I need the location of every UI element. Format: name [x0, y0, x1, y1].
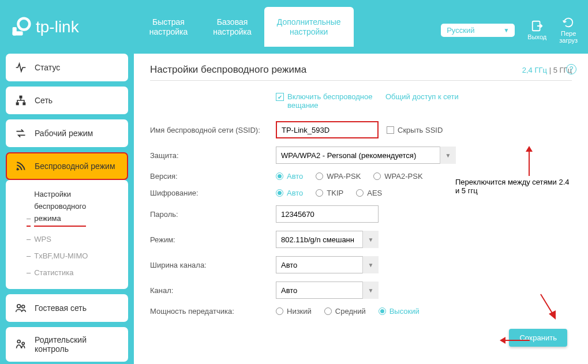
- svg-point-7: [17, 168, 18, 170]
- svg-point-0: [18, 18, 30, 29]
- sidebar-item-label: Статус: [35, 63, 60, 72]
- sidebar-item-status[interactable]: Статус: [6, 54, 128, 81]
- tplink-logo-icon: [10, 17, 31, 37]
- sidebar-item-label: Родительский контроль: [35, 335, 119, 354]
- svg-marker-17: [549, 310, 556, 320]
- checkbox-icon: ✔: [276, 93, 284, 101]
- sidebar: Статус Сеть Рабочий режим Беспроводной р…: [0, 54, 134, 364]
- sidebar-item-parental-control[interactable]: Родительский контроль: [6, 327, 128, 362]
- svg-marker-15: [500, 337, 505, 344]
- page-title: Настройки беспроводного режима: [150, 64, 306, 76]
- txpower-low[interactable]: Низкий: [276, 307, 312, 316]
- label-ssid: Имя беспроводной сети (SSID):: [150, 126, 276, 134]
- sidebar-item-label: Беспроводной режим: [35, 162, 115, 171]
- submenu-wps[interactable]: –WPS: [6, 231, 128, 247]
- channel-select[interactable]: Авто ▼: [276, 282, 379, 299]
- brand-logo: tp-link: [10, 17, 79, 37]
- logout-icon: [531, 20, 544, 32]
- svg-rect-2: [13, 31, 23, 35]
- annotation-arrow-up: [523, 146, 535, 177]
- version-auto[interactable]: Авто: [276, 172, 303, 181]
- ssid-input[interactable]: [276, 121, 379, 138]
- encryption-auto[interactable]: Авто: [276, 189, 303, 197]
- tab-quick-setup[interactable]: Быстрая настройка: [137, 7, 201, 47]
- wireless-submenu: –Настройки беспроводного режима –WPS –Tx…: [6, 180, 128, 289]
- channel-value: Авто: [276, 282, 379, 299]
- network-sharing-link[interactable]: Общий доступ к сети: [385, 92, 459, 101]
- version-wpa2-psk[interactable]: WPA2-PSK: [373, 172, 422, 181]
- submenu-label: Статистика: [34, 268, 73, 277]
- version-wpa-psk[interactable]: WPA-PSK: [316, 172, 361, 181]
- language-select[interactable]: Русский ▼: [441, 24, 515, 37]
- submenu-label: TxBF,MU-MIMO: [34, 252, 88, 260]
- tab-basic[interactable]: Базовая настройка: [200, 7, 264, 47]
- users-icon: [15, 302, 27, 314]
- reload-label: Пере загруз: [559, 30, 578, 44]
- security-value: WPA/WPA2 - Personal (рекомендуется): [276, 147, 456, 164]
- submenu-wireless-settings[interactable]: –Настройки беспроводного режима: [6, 185, 128, 231]
- svg-rect-4: [20, 96, 23, 99]
- enable-wireless-checkbox[interactable]: ✔ Включить беспроводное вещание: [276, 92, 385, 110]
- reload-icon: [562, 16, 575, 29]
- encryption-tkip[interactable]: TKIP: [316, 189, 343, 197]
- help-button[interactable]: ?: [566, 64, 576, 74]
- network-icon: [15, 95, 27, 106]
- txpower-medium[interactable]: Средний: [324, 307, 366, 316]
- sidebar-item-guest-network[interactable]: Гостевая сеть: [6, 294, 128, 322]
- svg-point-9: [22, 305, 25, 308]
- label-security: Защита:: [150, 151, 276, 160]
- svg-line-16: [541, 294, 553, 315]
- parent-child-icon: [15, 339, 27, 350]
- annotation-arrow-diag: [536, 292, 559, 321]
- wifi-icon: [15, 160, 27, 172]
- band-switch: 2,4 ГГц | 5 ГГц: [522, 66, 572, 74]
- chevron-down-icon: ▼: [503, 27, 509, 33]
- label-encryption: Шифрование:: [150, 189, 276, 197]
- txpower-high[interactable]: Высокий: [379, 307, 420, 316]
- channel-width-value: Авто: [276, 256, 379, 273]
- label-password: Пароль:: [150, 210, 276, 219]
- swap-icon: [15, 127, 27, 139]
- submenu-label: Настройки беспроводного режима: [34, 189, 86, 227]
- svg-rect-5: [16, 102, 19, 105]
- channel-width-select[interactable]: Авто ▼: [276, 256, 379, 273]
- submenu-statistics[interactable]: –Статистика: [6, 264, 128, 281]
- sidebar-item-operation-mode[interactable]: Рабочий режим: [6, 119, 128, 147]
- reload-button[interactable]: Пере загруз: [559, 16, 578, 44]
- svg-point-11: [22, 343, 24, 345]
- label-mode: Режим:: [150, 235, 276, 244]
- label-channel-width: Ширина канала:: [150, 261, 276, 269]
- mode-value: 802.11b/g/n смешанн: [276, 231, 379, 248]
- logout-button[interactable]: Выход: [527, 20, 546, 40]
- annotation-arrow-left: [500, 335, 531, 346]
- checkbox-empty-icon: [387, 126, 394, 134]
- language-value: Русский: [447, 26, 474, 35]
- sidebar-item-label: Рабочий режим: [35, 129, 93, 138]
- mode-select[interactable]: 802.11b/g/n смешанн ▼: [276, 231, 379, 248]
- logout-label: Выход: [527, 33, 546, 40]
- security-select[interactable]: WPA/WPA2 - Personal (рекомендуется) ▼: [276, 147, 456, 164]
- sidebar-item-label: Гостевая сеть: [35, 303, 87, 313]
- encryption-aes[interactable]: AES: [356, 189, 382, 197]
- hide-ssid-checkbox[interactable]: Скрыть SSID: [387, 126, 443, 134]
- sidebar-item-label: Сеть: [35, 96, 53, 105]
- svg-point-8: [17, 305, 21, 308]
- svg-marker-13: [526, 146, 533, 152]
- brand-text: tp-link: [36, 18, 79, 36]
- hide-ssid-label: Скрыть SSID: [398, 126, 443, 134]
- password-input[interactable]: [276, 205, 379, 223]
- label-channel: Канал:: [150, 286, 276, 295]
- submenu-label: WPS: [34, 235, 51, 243]
- sidebar-item-wireless[interactable]: Беспроводной режим: [6, 152, 128, 180]
- svg-point-10: [17, 340, 20, 343]
- pulse-icon: [15, 62, 27, 73]
- tab-advanced[interactable]: Дополнительные настройки: [264, 7, 354, 47]
- label-version: Версия:: [150, 172, 276, 181]
- band-24ghz[interactable]: 2,4 ГГц: [522, 66, 547, 74]
- label-tx-power: Мощность передатчика:: [150, 307, 276, 316]
- submenu-txbf[interactable]: –TxBF,MU-MIMO: [6, 247, 128, 264]
- main-tabs: Быстрая настройка Базовая настройка Допо…: [137, 7, 354, 47]
- sidebar-item-network[interactable]: Сеть: [6, 87, 128, 114]
- content-panel: ? Настройки беспроводного режима 2,4 ГГц…: [134, 54, 588, 364]
- enable-wireless-label: Включить беспроводное вещание: [287, 92, 385, 110]
